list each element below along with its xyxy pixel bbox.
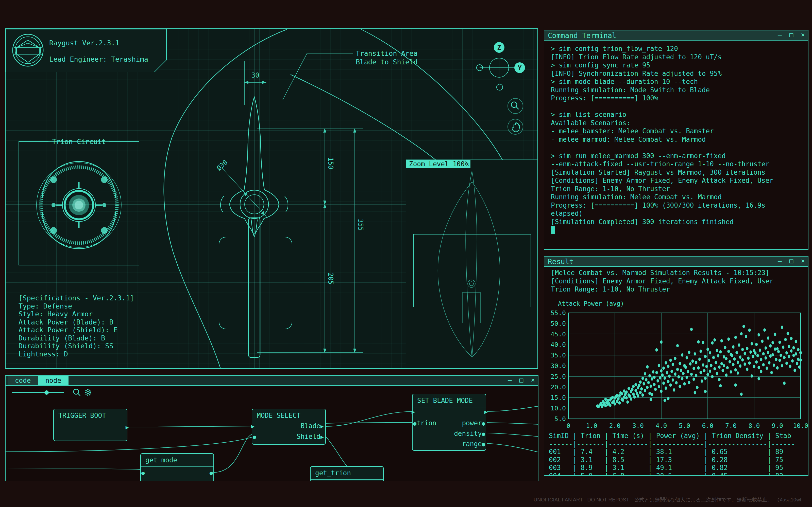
data-out-port[interactable]: ●	[210, 469, 213, 476]
specifications-text: [Specifications - Ver.2.3.1] Type: Defen…	[18, 294, 134, 358]
svg-text:10.0: 10.0	[793, 422, 808, 430]
output-power[interactable]: power●	[462, 419, 485, 427]
input-trion[interactable]: ●trion	[413, 419, 437, 427]
svg-text:30.0: 30.0	[551, 362, 566, 370]
svg-text:25.0: 25.0	[551, 373, 566, 380]
blueprint-engineer: Lead Engineer: Terashima	[49, 55, 148, 63]
output-blade[interactable]: Blade▶	[300, 422, 324, 430]
svg-text:6.0: 6.0	[702, 422, 713, 430]
svg-text:5.0: 5.0	[554, 415, 566, 422]
svg-text:10.0: 10.0	[551, 405, 566, 412]
svg-text:40.0: 40.0	[551, 341, 566, 348]
axis-y-label: Y	[518, 64, 521, 71]
svg-text:20.0: 20.0	[551, 384, 566, 391]
title-block: Raygust Ver.2.3.1 Lead Engineer: Terashi…	[6, 29, 167, 72]
svg-text:55.0: 55.0	[551, 309, 566, 317]
blueprint-panel: Ø30 30 15	[5, 29, 538, 369]
svg-text:9.0: 9.0	[772, 422, 783, 430]
dim-355-label: 355	[357, 219, 364, 231]
trion-circuit-diagram	[19, 142, 139, 265]
terminal-titlebar[interactable]: Command Terminal – □ ×	[544, 31, 808, 41]
label-rule-right	[109, 142, 139, 142]
svg-text:2.0: 2.0	[609, 422, 620, 430]
output-density[interactable]: density●	[454, 430, 485, 438]
result-window: Result – □ × [Melee Combat vs. Marmod Si…	[544, 256, 808, 476]
svg-text:5.0: 5.0	[679, 422, 690, 430]
node-title: get_mode	[141, 454, 213, 467]
dim-205-label: 205	[327, 273, 335, 285]
node-get-trion[interactable]: get_trion	[310, 466, 384, 481]
node-mode-select[interactable]: MODE SELECT ▶ ● Blade▶ Shield▶	[252, 409, 326, 445]
svg-text:3.0: 3.0	[632, 422, 644, 430]
command-terminal-window: Command Terminal – □ × > sim config trio…	[544, 30, 808, 250]
output-shield[interactable]: Shield▶	[297, 433, 324, 441]
axis-gizmo[interactable]: Z Y	[476, 42, 525, 90]
svg-text:0: 0	[566, 422, 570, 430]
node-title: TRIGGER BOOT	[54, 409, 127, 422]
axis-z-label: Z	[497, 44, 501, 51]
node-title: get_trion	[311, 467, 383, 480]
dim-30	[245, 61, 266, 105]
node-editor-window: code node – □ ×	[5, 375, 539, 481]
dim-diameter-label: Ø30	[215, 158, 229, 172]
hand-icon	[512, 123, 520, 132]
terminal-title: Command Terminal	[548, 32, 616, 40]
border-logo-icon	[10, 33, 46, 68]
node-set-blade-mode[interactable]: SET BLADE MODE ▶ ▶ ●trion power● density…	[412, 394, 486, 451]
svg-text:45.0: 45.0	[551, 331, 566, 338]
minimize-icon[interactable]: –	[778, 31, 782, 39]
result-table: SimID | Trion | Time (s) | Power (avg) |…	[549, 432, 795, 476]
minimap-zoom-label: Zoom Level 100%	[409, 160, 469, 168]
node-trigger-boot[interactable]: TRIGGER BOOT ▶	[53, 409, 128, 441]
node-title: SET BLADE MODE	[413, 394, 486, 407]
svg-text:35.0: 35.0	[551, 352, 566, 359]
close-icon[interactable]: ×	[801, 31, 805, 39]
dim-150-label: 150	[327, 157, 335, 169]
exec-in-port[interactable]: ▶	[251, 423, 255, 430]
dim-30-label: 30	[251, 71, 259, 79]
label-rule-left	[19, 142, 48, 142]
output-range[interactable]: range●	[462, 440, 485, 448]
magnifier-icon	[511, 102, 519, 109]
blueprint-title: Raygust Ver.2.3.1	[49, 39, 119, 47]
footer-disclaimer: UNOFICIAL FAN ART - DO NOT REPOST 公式とは無関…	[406, 496, 801, 503]
minimap[interactable]: Zoom Level 100%	[406, 160, 538, 369]
maximize-icon[interactable]: □	[790, 31, 794, 39]
exec-out-port[interactable]: ▶	[125, 424, 129, 431]
svg-text:4.0: 4.0	[655, 422, 667, 430]
scatter-chart: 55.050.045.040.035.030.025.020.015.010.0…	[544, 257, 808, 432]
svg-text:7.0: 7.0	[725, 422, 737, 430]
data-in-port[interactable]: ●	[253, 434, 256, 441]
diameter-leader	[222, 168, 266, 217]
svg-text:8.0: 8.0	[748, 422, 760, 430]
terminal-output[interactable]: > sim config trion_flow_rate 120 [INFO] …	[551, 45, 773, 234]
svg-text:15.0: 15.0	[551, 394, 566, 401]
svg-text:Blade to Shield: Blade to Shield	[356, 58, 418, 66]
svg-text:Transition Area: Transition Area	[356, 49, 418, 57]
exec-out-port[interactable]: ▶	[485, 408, 488, 415]
transition-annotation: Transition Area Blade to Shield	[283, 49, 418, 100]
pan-tool-button[interactable]	[508, 119, 523, 134]
data-in-port[interactable]: ●	[141, 469, 145, 476]
exec-in-port[interactable]: ▶	[412, 408, 415, 415]
svg-text:1.0: 1.0	[586, 422, 597, 430]
trion-circuit-box: Trion Circuit	[18, 141, 139, 266]
node-get-mode[interactable]: get_mode ● ●	[140, 453, 214, 481]
svg-text:50.0: 50.0	[551, 320, 566, 327]
dim-vertical	[257, 129, 363, 352]
zoom-tool-button[interactable]	[508, 98, 523, 114]
trion-circuit-label: Trion Circuit	[52, 138, 106, 146]
app-root: Ø30 30 15	[0, 0, 812, 507]
node-title: MODE SELECT	[252, 409, 325, 422]
